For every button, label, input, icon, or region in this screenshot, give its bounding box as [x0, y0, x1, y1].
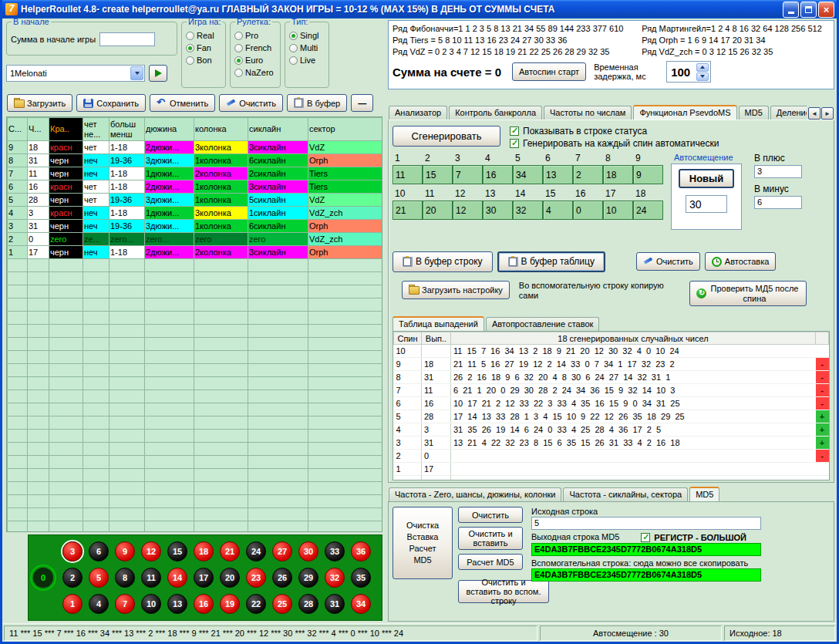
app-icon[interactable]: 7: [5, 3, 18, 15]
board-number-18[interactable]: 18: [194, 541, 214, 561]
board-number-3[interactable]: 3: [62, 541, 83, 561]
board-number-2[interactable]: 2: [62, 568, 83, 588]
show-in-status-checkbox[interactable]: Показывать в строке статуса: [510, 126, 719, 137]
plus-field[interactable]: 3: [754, 165, 802, 178]
board-number-26[interactable]: 26: [272, 568, 292, 588]
aux-string-field[interactable]: E4DA3B7FBBCE2345D7772B0674A318D5: [531, 568, 761, 582]
board-number-14[interactable]: 14: [167, 568, 187, 588]
clear-button[interactable]: Очистить: [219, 94, 283, 112]
autogenerate-checkbox[interactable]: Генерировать на каждый спин автоматическ…: [510, 138, 719, 149]
start-sum-input[interactable]: [99, 32, 155, 46]
board-number-24[interactable]: 24: [246, 541, 266, 561]
board-number-33[interactable]: 33: [325, 541, 345, 561]
minimize-button[interactable]: [783, 2, 799, 18]
buffer-button[interactable]: В буфер: [287, 94, 347, 112]
uppercase-checkbox[interactable]: РЕГИСТР - БОЛЬШОЙ: [641, 533, 746, 542]
board-number-28[interactable]: 28: [298, 594, 318, 614]
copy-table-to-clipboard-button[interactable]: В буфер таблицу: [497, 251, 605, 272]
board-number-6[interactable]: 6: [89, 541, 109, 561]
board-number-9[interactable]: 9: [115, 541, 135, 561]
source-string-input[interactable]: 5: [531, 517, 761, 530]
board-number-4[interactable]: 4: [89, 594, 109, 614]
board-number-10[interactable]: 10: [141, 594, 161, 614]
board-number-22[interactable]: 22: [246, 594, 266, 614]
md5-clear-button[interactable]: Очистить: [458, 507, 523, 523]
tab-md5[interactable]: MD5: [739, 106, 769, 120]
radio-type-multi[interactable]: Multi: [289, 43, 325, 52]
md5-clear-and-paste-button[interactable]: Очистить и вставить: [458, 527, 523, 550]
md5-clear-paste-calc-button[interactable]: Очистка Вставка Расчет MD5: [393, 507, 453, 579]
board-number-16[interactable]: 16: [194, 594, 214, 614]
board-number-27[interactable]: 27: [272, 541, 292, 561]
board-number-29[interactable]: 29: [298, 568, 318, 588]
tab-division[interactable]: Деление ко...: [770, 106, 807, 120]
delay-value[interactable]: 100: [669, 66, 695, 79]
tab-analyzer[interactable]: Анализатор: [389, 106, 447, 120]
clear-generator-button[interactable]: Очистить: [636, 252, 700, 271]
board-number-25[interactable]: 25: [272, 594, 292, 614]
board-number-7[interactable]: 7: [115, 594, 135, 614]
board-number-36[interactable]: 36: [351, 541, 371, 561]
generate-button[interactable]: Сгенерировать: [393, 126, 500, 147]
collapse-button[interactable]: —: [351, 94, 373, 112]
copy-row-to-clipboard-button[interactable]: В буфер строку: [393, 251, 493, 272]
board-number-35[interactable]: 35: [351, 568, 371, 588]
radio-roulette-nazero[interactable]: NaZero: [234, 68, 277, 77]
board-number-5[interactable]: 5: [89, 568, 109, 588]
board-number-1[interactable]: 1: [62, 594, 83, 614]
empty-cell: [194, 351, 248, 364]
board-number-32[interactable]: 32: [325, 568, 345, 588]
tab-md5[interactable]: MD5: [689, 487, 719, 501]
radio-game-bon[interactable]: Bon: [186, 56, 222, 65]
tab-auto-bets[interactable]: Автопроставление ставок: [486, 317, 599, 331]
board-number-11[interactable]: 11: [141, 568, 161, 588]
radio-roulette-euro[interactable]: Euro: [234, 56, 277, 65]
board-number-23[interactable]: 23: [246, 568, 266, 588]
board-number-8[interactable]: 8: [115, 568, 135, 588]
load-button[interactable]: Загрузить: [7, 94, 72, 112]
save-button[interactable]: Сохранить: [76, 94, 146, 112]
radio-game-fan[interactable]: Fan: [186, 43, 222, 52]
board-zero[interactable]: 0: [33, 568, 53, 588]
board-number-13[interactable]: 13: [167, 594, 187, 614]
autospin-start-button[interactable]: Автоспин старт: [512, 62, 586, 81]
tab-drop-table[interactable]: Таблица выпадений: [393, 316, 484, 331]
tab-psevdoms[interactable]: Функционал PsevdoMS: [633, 105, 736, 120]
md5-calc-button[interactable]: Расчет MD5: [458, 554, 523, 570]
board-number-21[interactable]: 21: [220, 541, 240, 561]
tab-number-frequencies[interactable]: Частоты по числам: [544, 106, 632, 120]
tabs-scroll-left-button[interactable]: ◄: [808, 107, 820, 120]
radio-game-real[interactable]: Real: [186, 31, 222, 40]
board-number-20[interactable]: 20: [220, 568, 240, 588]
radio-roulette-pro[interactable]: Pro: [234, 31, 277, 40]
new-button[interactable]: Новый: [679, 169, 734, 188]
spinner-up-button[interactable]: [696, 63, 709, 72]
board-number-12[interactable]: 12: [141, 541, 161, 561]
board-number-19[interactable]: 19: [220, 594, 240, 614]
check-md5-after-spin-button[interactable]: Проверить МД5 после спина: [689, 281, 807, 306]
preset-select[interactable]: 1Melonati: [6, 65, 145, 82]
tab-bankroll-control[interactable]: Контроль банкролла: [449, 106, 542, 120]
tab-freq-sixlines[interactable]: Частота - сиклайны, сектора: [563, 487, 688, 501]
board-number-17[interactable]: 17: [194, 568, 214, 588]
tab-freq-chances[interactable]: Частота - Zero, шансы, дюжины, колонки: [389, 487, 561, 501]
play-button[interactable]: [149, 65, 167, 82]
undo-button[interactable]: Отменить: [150, 94, 215, 112]
maximize-button[interactable]: [800, 2, 817, 18]
board-number-15[interactable]: 15: [167, 541, 187, 561]
board-number-31[interactable]: 31: [325, 594, 345, 614]
autobet-button[interactable]: Автоставка: [705, 252, 777, 271]
radio-type-live[interactable]: Live: [289, 56, 325, 65]
radio-type-singl[interactable]: Singl: [289, 31, 325, 40]
spinner-down-button[interactable]: [696, 72, 709, 81]
chevron-down-icon[interactable]: [130, 66, 143, 80]
board-number-30[interactable]: 30: [298, 541, 318, 561]
close-button[interactable]: ×: [818, 2, 834, 18]
radio-roulette-french[interactable]: French: [234, 43, 277, 52]
md5-output-field[interactable]: E4DA3B7FBBCE2345D7772B0674A318D5: [531, 543, 761, 556]
autoshift-value-field[interactable]: 30: [686, 195, 727, 213]
tabs-scroll-right-button[interactable]: ►: [821, 107, 834, 120]
minus-field[interactable]: 6: [754, 196, 802, 209]
load-settings-button[interactable]: Загрузить настройку: [402, 281, 510, 299]
board-number-34[interactable]: 34: [351, 594, 371, 614]
